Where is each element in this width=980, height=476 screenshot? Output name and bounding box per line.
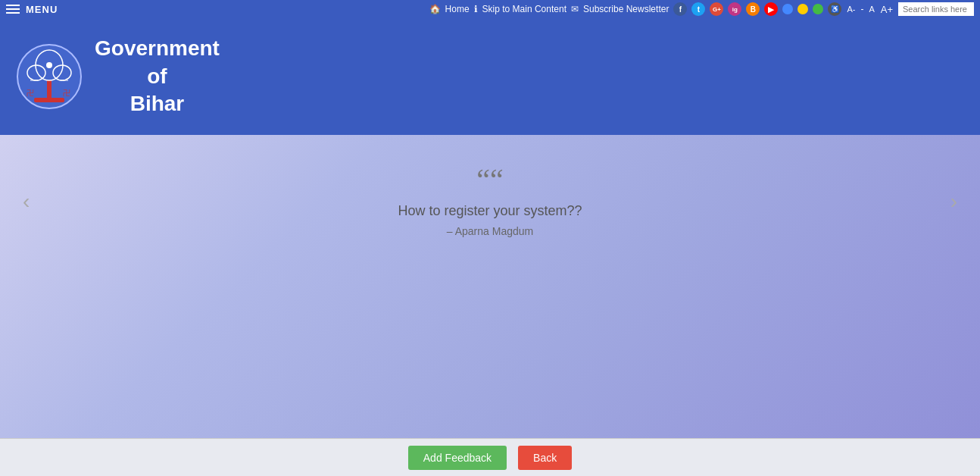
svg-rect-6	[34, 98, 64, 102]
testimonial-author: – Aparna Magdum	[398, 225, 582, 237]
top-navigation: MENU 🏠 Home ℹ Skip to Main Content ✉ Sub…	[0, 0, 980, 18]
svg-text:卍: 卍	[63, 89, 70, 97]
government-emblem: 卍 卍	[15, 39, 83, 114]
svg-point-5	[46, 62, 52, 68]
dot-green[interactable]	[813, 4, 823, 14]
nav-right-section: 🏠 Home ℹ Skip to Main Content ✉ Subscrib…	[429, 2, 974, 16]
font-size-increase[interactable]: A+	[880, 4, 894, 15]
home-icon: 🏠	[429, 4, 441, 14]
mail-icon: ✉	[571, 4, 579, 14]
footer-bar: Add Feedback Back	[0, 438, 980, 476]
nav-left-section: MENU	[6, 4, 58, 15]
font-size-normal[interactable]: A	[868, 5, 875, 14]
twitter-icon[interactable]: t	[691, 2, 705, 16]
back-button[interactable]: Back	[518, 446, 572, 470]
logo-area: 卍 卍 Government of Bihar	[15, 35, 220, 117]
testimonial-text: How to register your system??	[398, 203, 582, 219]
subscribe-link[interactable]: Subscribe Newsletter	[583, 4, 669, 14]
youtube-icon[interactable]: ▶	[764, 2, 778, 16]
font-divider: -	[860, 4, 863, 14]
facebook-icon[interactable]: f	[673, 2, 687, 16]
googleplus-icon[interactable]: G+	[710, 2, 723, 16]
add-feedback-button[interactable]: Add Feedback	[408, 446, 507, 470]
svg-rect-1	[47, 80, 51, 99]
home-link[interactable]: Home	[445, 4, 470, 14]
svg-text:卍: 卍	[27, 89, 34, 97]
carousel-area: ‹ ““ How to register your system?? – Apa…	[0, 165, 980, 237]
site-title: Government of Bihar	[95, 35, 220, 117]
carousel-prev-button[interactable]: ‹	[23, 191, 30, 212]
search-input[interactable]	[898, 2, 974, 16]
dot-yellow[interactable]	[797, 4, 808, 14]
main-content: ‹ ““ How to register your system?? – Apa…	[0, 135, 980, 438]
skip-link[interactable]: Skip to Main Content	[482, 4, 566, 14]
site-header: 卍 卍 Government of Bihar	[0, 18, 980, 135]
testimonial-block: ““ How to register your system?? – Aparn…	[398, 165, 582, 237]
menu-icon[interactable]	[6, 5, 20, 14]
dot-blue[interactable]	[782, 4, 793, 14]
font-size-decrease[interactable]: A-	[846, 5, 856, 14]
info-icon: ℹ	[474, 4, 478, 14]
menu-label[interactable]: MENU	[26, 4, 58, 15]
accessibility-icon: ♿	[828, 2, 841, 16]
instagram-icon[interactable]: ig	[728, 2, 741, 16]
blogger-icon[interactable]: B	[746, 2, 760, 16]
quote-mark: ““	[398, 165, 582, 196]
carousel-next-button[interactable]: ›	[950, 191, 957, 212]
